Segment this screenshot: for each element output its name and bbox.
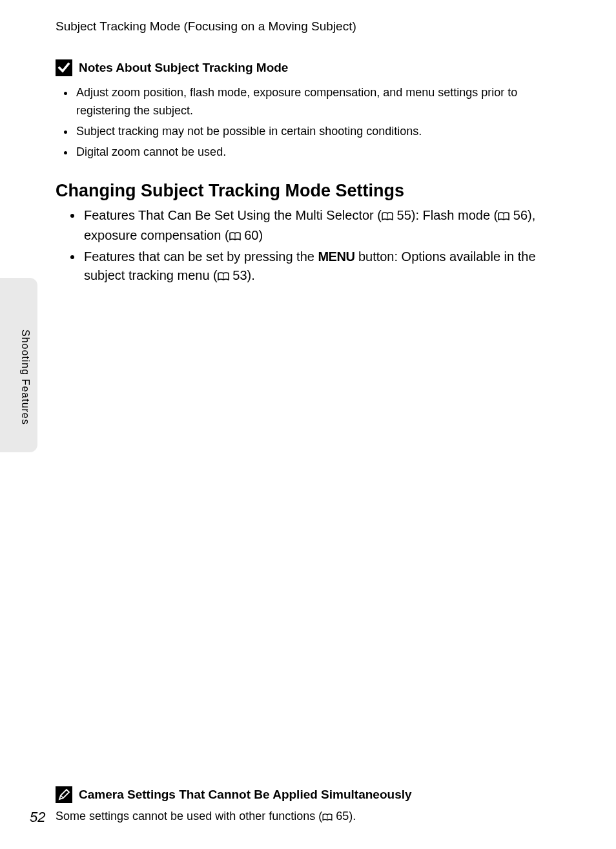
- side-tab-label: Shooting Features: [19, 330, 31, 425]
- book-icon: [218, 267, 229, 286]
- footer-heading: Camera Settings That Cannot Be Applied S…: [79, 788, 412, 802]
- notes-list-item: Adjust zoom position, flash mode, exposu…: [75, 84, 560, 120]
- svg-line-4: [61, 795, 63, 798]
- book-icon: [498, 207, 509, 226]
- side-tab: [0, 278, 37, 452]
- section-heading: Changing Subject Tracking Mode Settings: [56, 181, 560, 201]
- notes-list: Adjust zoom position, flash mode, exposu…: [56, 84, 560, 162]
- notes-heading-row: Notes About Subject Tracking Mode: [56, 59, 560, 76]
- book-icon: [382, 207, 393, 226]
- page-header-text: Subject Tracking Mode (Focusing on a Mov…: [56, 19, 356, 33]
- text-fragment: Features That Can Be Set Using the Multi…: [84, 208, 382, 222]
- settings-list-item: Features that can be set by pressing the…: [83, 247, 560, 286]
- settings-list-item: Features That Can Be Set Using the Multi…: [83, 206, 560, 246]
- text-fragment: 60): [241, 228, 263, 242]
- text-fragment: 55): Flash mode (: [393, 208, 498, 222]
- text-fragment: 65).: [333, 810, 356, 823]
- notes-list-item: Digital zoom cannot be used.: [75, 143, 560, 162]
- book-icon: [322, 811, 333, 824]
- footer-heading-row: Camera Settings That Cannot Be Applied S…: [56, 786, 560, 803]
- text-fragment: Some settings cannot be used with other …: [56, 810, 322, 823]
- manual-page: Subject Tracking Mode (Focusing on a Mov…: [0, 0, 616, 849]
- footer-block: Camera Settings That Cannot Be Applied S…: [56, 786, 560, 824]
- page-header: Subject Tracking Mode (Focusing on a Mov…: [56, 19, 560, 34]
- notes-heading: Notes About Subject Tracking Mode: [79, 61, 288, 75]
- notes-list-item: Subject tracking may not be possible in …: [75, 123, 560, 141]
- text-fragment: Features that can be set by pressing the: [84, 249, 318, 264]
- book-icon: [229, 227, 241, 246]
- menu-glyph: MENU: [318, 249, 354, 264]
- pencil-icon: [56, 786, 72, 803]
- page-number: 52: [30, 809, 45, 826]
- footer-text-line: Some settings cannot be used with other …: [56, 810, 560, 824]
- text-fragment: 53).: [229, 268, 255, 282]
- settings-list: Features That Can Be Set Using the Multi…: [56, 206, 560, 286]
- checkmark-icon: [56, 59, 72, 76]
